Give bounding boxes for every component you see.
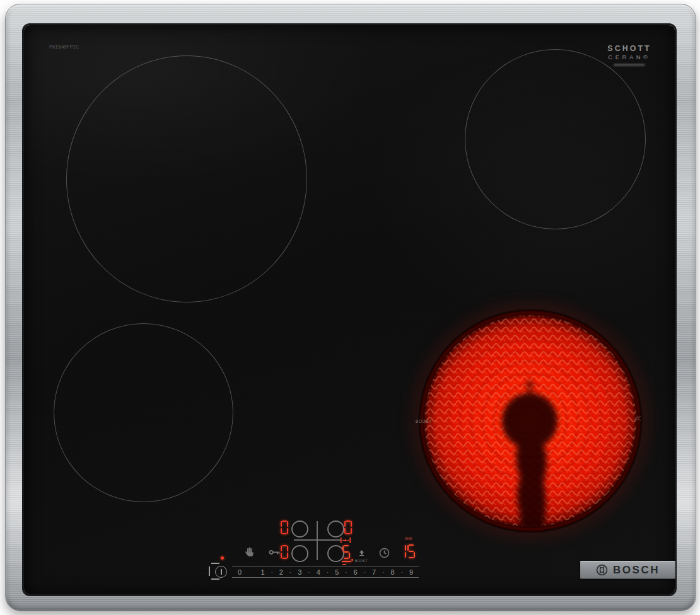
slider-level-2[interactable]: 2 <box>279 568 284 576</box>
selection-cursor <box>342 561 351 562</box>
schott-ceran-logo: SCHOTT CERAN® <box>599 44 660 66</box>
product-photo-bosch-hob: PKE645FP2C SCHOTT CERAN® <box>0 0 700 615</box>
slider-level-3[interactable]: 3 <box>297 568 302 576</box>
boost-key-label: BOOST <box>351 559 372 563</box>
slider-dot: · <box>345 569 347 575</box>
bosch-badge: BOSCH <box>580 561 675 579</box>
transfer-arrows-icon <box>341 537 351 543</box>
slider-dot: · <box>401 569 403 575</box>
slider-level-4[interactable]: 4 <box>316 568 321 576</box>
power-level-slider[interactable]: 01·2·3·4·5·6·7·8·9 <box>232 566 419 578</box>
zone-extension-chevrons-icon: ≪ <box>634 413 641 422</box>
slider-level-7[interactable]: 7 <box>371 568 376 576</box>
power-key-frame-dash <box>211 578 219 580</box>
slider-dot: · <box>327 569 329 575</box>
power-indicator-dot <box>221 556 224 560</box>
cooking-zone-front-right-heating <box>418 309 643 533</box>
slider-level-5[interactable]: 5 <box>334 568 339 576</box>
slider-level-0[interactable]: 0 <box>237 568 242 576</box>
slider-level-8[interactable]: 8 <box>390 568 395 576</box>
timer-display <box>398 544 416 561</box>
slider-dot: · <box>289 569 291 575</box>
display-front-left <box>280 545 289 561</box>
cooking-zone-back-right <box>465 49 646 229</box>
hand-icon[interactable] <box>245 546 254 557</box>
boost-surface-print: BOOST <box>416 419 432 423</box>
slider-dot: · <box>271 569 273 575</box>
boost-key[interactable]: BOOST <box>351 547 372 563</box>
display-back-right <box>344 520 353 537</box>
slider-level-1[interactable]: 1 <box>260 568 265 576</box>
cooking-zone-front-left <box>54 323 233 502</box>
zone-map-divider-vertical <box>317 521 318 560</box>
slider-level-6[interactable]: 6 <box>353 568 358 576</box>
slider-dot: · <box>382 569 384 575</box>
bosch-logo-icon <box>596 564 608 576</box>
selection-cursor-tick <box>342 564 346 565</box>
bosch-wordmark: BOSCH <box>613 564 660 577</box>
schott-logo-line2: CERAN® <box>599 54 660 60</box>
zone-select-back-left[interactable] <box>291 520 308 537</box>
cooking-zone-back-left <box>66 55 307 302</box>
slider-dot: · <box>364 569 366 575</box>
boost-arrow-icon <box>359 550 365 556</box>
key-icon[interactable] <box>269 549 281 556</box>
power-icon <box>215 566 227 578</box>
slider-level-9[interactable]: 9 <box>409 568 414 576</box>
zone-select-back-right[interactable] <box>327 520 344 537</box>
zone-map-divider-horizontal <box>294 539 341 541</box>
power-key-frame-dash <box>211 563 219 564</box>
zone-select-front-left[interactable] <box>291 545 308 562</box>
power-key[interactable] <box>209 563 233 581</box>
schott-logo-line1: SCHOTT <box>599 44 660 53</box>
clock-icon[interactable] <box>379 548 390 558</box>
model-number-label: PKE645FP2C <box>49 45 79 49</box>
timer-unit-label: min <box>405 536 412 541</box>
display-back-left <box>280 520 289 537</box>
power-key-frame-dash <box>209 566 210 576</box>
fine-print-text <box>614 64 645 66</box>
radiant-element-graphic <box>418 309 643 533</box>
slider-dot: · <box>308 569 310 575</box>
